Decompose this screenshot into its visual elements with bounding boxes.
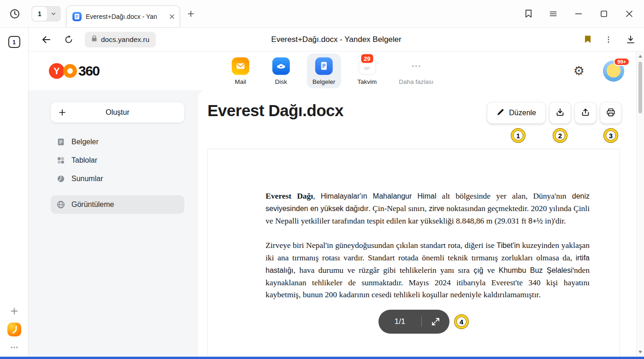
document-viewer: Everest Dağı.docx Düzenle [198,90,636,357]
document-icon [56,138,65,146]
browser-tab[interactable]: Everest+Dağı.docx - Yan [66,6,180,27]
scroll-down-arrow[interactable] [638,351,642,353]
lock-icon [91,35,97,44]
service-mail[interactable]: Mail [226,54,255,88]
share-upload-icon [580,107,591,119]
chevron-down-icon[interactable] [47,11,60,17]
annotation-circle-2: 2 [553,129,567,142]
download-button[interactable] [549,102,571,124]
y360-header: Y 360 Mail [29,52,636,90]
service-label: Belgeler [313,78,336,85]
share-button[interactable] [575,102,596,124]
more-dots-icon [408,58,425,75]
toolbar-page-title: Everest+Dağı.docx - Yandex Belgeler [271,35,401,44]
menu-icon[interactable] [549,9,558,18]
print-button[interactable] [600,102,621,124]
app-sidebar: Oluştur Belgeler [29,90,198,357]
browser-window: 1 Everest+Dağı.docx - Yan [0,0,644,359]
yandex-browser-logo[interactable] [7,323,21,336]
service-takvim[interactable]: 29 Takvim [352,54,382,88]
globe-icon [56,200,65,209]
mail-icon [232,58,249,75]
tab-title: Everest+Dağı.docx - Yan [86,13,165,20]
fullscreen-expand-icon[interactable] [422,317,449,326]
avatar[interactable]: 99+ [603,60,624,82]
service-label: Disk [275,78,287,85]
logo-ring [63,64,77,78]
doc-paragraph: Everest Dağı, Himalayalar'ın Mahalangur … [266,190,590,227]
docs-favicon [72,12,82,21]
tab-strip: 1 Everest+Dağı.docx - Yan [0,0,644,28]
annotation-circle-1: 1 [511,129,525,142]
url-chip[interactable]: docs.yandex.ru [85,32,156,47]
logo-y-circle: Y [49,63,65,79]
scrollbar[interactable] [636,52,644,357]
create-button-label: Oluştur [106,108,130,117]
downloads-icon[interactable] [626,35,636,45]
pencil-icon [496,108,504,118]
sidebar-item-label: Belgeler [71,138,99,146]
collections-flag-icon[interactable] [525,9,532,18]
tab-counter[interactable]: 1 [31,6,61,22]
sidebar-item-belgeler[interactable]: Belgeler [51,133,184,151]
notification-badge: 99+ [614,58,630,66]
sidebar-nav: Belgeler Tablolar [51,133,184,214]
reload-button[interactable] [64,35,74,45]
service-label: Mail [235,78,246,85]
taskbar-edge [0,357,644,359]
bookmark-flag-icon[interactable] [584,35,591,44]
sidebar-item-label: Tablolar [71,156,97,165]
gear-icon[interactable]: ⚙ [573,65,585,77]
service-label: Daha fazlası [399,78,433,85]
doc-paragraph: Zirveye biri Nepal'in güneydoğusundan çı… [266,239,590,300]
y360-logo[interactable]: Y 360 [49,63,100,79]
tab-close-icon[interactable] [169,14,175,19]
plus-icon [58,108,66,117]
scroll-up-arrow[interactable] [638,55,642,58]
browser-side-rail: 1 [0,28,29,357]
edit-button-label: Düzenle [509,109,536,117]
calendar-icon: 29 [358,58,376,75]
create-button[interactable]: Oluştur [51,102,184,123]
documents-icon [315,58,332,75]
new-tab-button[interactable] [186,9,195,18]
history-clock-icon[interactable] [9,8,20,19]
table-grid-icon [56,156,65,165]
services-nav: Mail Disk [226,54,439,88]
sidebar-item-goruntuleme[interactable]: Görüntüleme [51,195,184,214]
sidebar-item-sunumlar[interactable]: Sunumlar [51,170,184,188]
rail-add-icon[interactable] [9,306,19,316]
back-button[interactable] [41,34,52,45]
url-text: docs.yandex.ru [101,35,149,44]
maximize-icon[interactable] [599,9,609,18]
browser-toolbar: docs.yandex.ru Everest+Dağı.docx - Yande… [29,28,644,52]
kebab-menu-icon[interactable] [604,35,613,44]
logo-360-text: 360 [78,63,100,79]
service-label: Takvim [357,78,377,85]
calendar-date-badge: 29 [361,54,373,63]
tab-count-label: 1 [32,7,47,21]
minimize-icon[interactable] [574,9,583,18]
service-belgeler[interactable]: Belgeler [307,54,341,88]
sidebar-item-label: Sunumlar [71,175,103,183]
sidebar-item-tablolar[interactable]: Tablolar [51,151,184,170]
printer-icon [606,107,616,119]
annotation-circle-4: 4 [455,315,468,329]
download-icon [555,107,565,119]
page-indicator[interactable]: 1/1 [378,310,449,334]
service-disk[interactable]: Disk [266,54,296,88]
page-count-label: 1/1 [378,317,421,326]
web-page: Y 360 Mail [29,52,636,357]
close-icon[interactable] [625,9,634,18]
rail-more-icon[interactable] [10,343,19,352]
scrollbar-thumb[interactable] [638,62,642,113]
sidebar-item-label: Görüntüleme [71,200,114,209]
service-more[interactable]: Daha fazlası [393,54,439,88]
annotation-circle-3: 3 [604,129,618,142]
pie-chart-icon [56,175,65,183]
rail-tab-count[interactable]: 1 [8,36,20,48]
disk-icon [272,58,290,75]
window-controls [525,9,634,18]
edit-button[interactable]: Düzenle [487,102,545,124]
page-title: Everest Dağı.docx [207,101,343,120]
